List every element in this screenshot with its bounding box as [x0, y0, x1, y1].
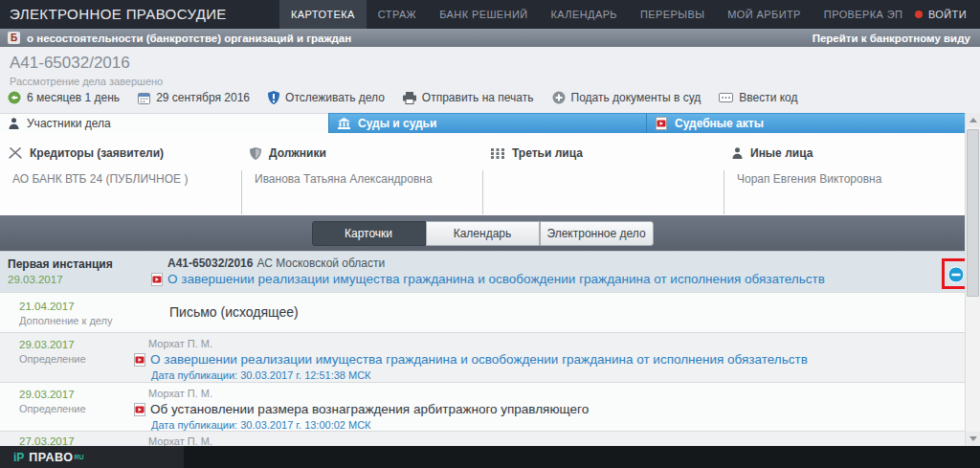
case-duration-button[interactable]: 6 месяцев 1 день — [8, 91, 120, 104]
app-logo[interactable]: ЭЛЕКТРОННОЕ ПРАВОСУДИЕ — [0, 0, 279, 29]
collapse-instance-button[interactable] — [947, 266, 965, 283]
record-type: Определение — [19, 403, 134, 414]
debtors-column: Должники Иванова Татьяна Александровна — [241, 133, 482, 215]
keypad-icon — [719, 93, 733, 102]
nav-item-kartoteka[interactable]: КАРТОТЕКА — [279, 0, 367, 29]
footer: iP ПРАВО RU — [0, 446, 980, 468]
third-parties-header: Третьи лица — [482, 146, 724, 160]
record-meta: 29.03.2017 Определение — [0, 333, 134, 382]
electronic-justice-page: ЭЛЕКТРОННОЕ ПРАВОСУДИЕ КАРТОТЕКА СТРАЖ Б… — [0, 0, 980, 468]
record-meta: 29.03.2017 Определение — [0, 383, 134, 431]
person-icon — [9, 118, 19, 129]
view-switcher-bar: Карточки Календарь Электронное дело — [0, 215, 965, 251]
creditors-title: Кредиторы (заявители) — [30, 146, 164, 160]
tab-courts-judges-label: Суды и судьи — [358, 117, 436, 130]
other-persons-column: Иные лица Чорап Евгения Викторовна — [724, 133, 965, 215]
tab-courts-judges[interactable]: Суды и судьи — [328, 113, 646, 133]
record-row[interactable]: 29.03.2017 Определение Морхат П. М. Об у… — [0, 383, 965, 432]
other-persons-title: Иные лица — [750, 146, 813, 160]
pdf-icon[interactable] — [134, 403, 145, 416]
login-button[interactable]: ВОЙТИ — [915, 0, 980, 29]
creditor-name: АО БАНК ВТБ 24 (ПУБЛИЧНОЕ ) — [0, 170, 241, 214]
participants-panel: Кредиторы (заявители) АО БАНК ВТБ 24 (ПУ… — [0, 133, 965, 215]
nav-item-moy-arbitr[interactable]: МОЙ АРБИТР — [716, 0, 813, 29]
instance-label: Первая инстанция — [8, 257, 134, 271]
record-content: Морхат П. М. — [134, 432, 965, 447]
pdf-icon[interactable] — [151, 273, 163, 286]
record-row-partial[interactable]: 27.03.2017 Морхат П. М. — [0, 432, 965, 447]
shield-icon — [250, 147, 261, 160]
enter-code-button[interactable]: Ввести код — [719, 91, 797, 104]
publication-date: Дата публикации: 30.03.2017 г. 12:51:38 … — [134, 369, 965, 381]
record-date: 29.03.2017 — [19, 339, 134, 350]
vertical-scrollbar[interactable] — [965, 113, 980, 446]
debtors-title: Должники — [269, 146, 326, 160]
pravo-logo-icon: iP — [13, 451, 24, 464]
arrow-down-icon — [969, 436, 977, 441]
other-persons-header: Иные лица — [724, 146, 965, 160]
history-icon — [8, 91, 21, 104]
document-link[interactable]: О завершении реализации имущества гражда… — [150, 352, 808, 367]
pdf-icon[interactable] — [134, 353, 145, 367]
top-menu: КАРТОТЕКА СТРАЖ БАНК РЕШЕНИЙ КАЛЕНДАРЬ П… — [279, 0, 914, 29]
switch-to-bankruptcy-view-link[interactable]: Перейти к банкротному виду — [813, 33, 970, 44]
track-case-label: Отслеживать дело — [285, 91, 385, 104]
track-case-button[interactable]: Отслеживать дело — [268, 91, 385, 104]
creditors-column: Кредиторы (заявители) АО БАНК ВТБ 24 (ПУ… — [0, 133, 241, 215]
record-row[interactable]: 21.04.2017 Дополнение к делу Письмо (исх… — [0, 293, 965, 333]
record-type: Определение — [19, 353, 134, 365]
record-row-instance[interactable]: Первая инстанция 29.03.2017 А41-65032/20… — [0, 252, 965, 293]
document-title: Об установлении размера вознаграждения а… — [150, 402, 589, 416]
submit-documents-button[interactable]: Подать документы в суд — [552, 91, 702, 104]
court-icon — [338, 118, 350, 129]
record-content: Морхат П. М. Об установлении размера воз… — [134, 383, 965, 431]
case-duration-label: 6 месяцев 1 день — [27, 91, 120, 104]
pravo-logo-text: ПРАВО — [29, 451, 73, 464]
document-line: О завершении реализации имущества гражда… — [134, 272, 965, 286]
case-court-line: А41-65032/2016АС Московской области — [134, 256, 965, 270]
enter-code-label: Ввести код — [739, 91, 797, 104]
print-label: Отправить на печать — [422, 91, 534, 104]
scroll-down-button[interactable] — [966, 432, 980, 446]
record-meta: Первая инстанция 29.03.2017 — [0, 252, 134, 292]
bankruptcy-badge-icon: Б — [8, 32, 20, 44]
print-button[interactable]: Отправить на печать — [403, 91, 534, 104]
pravo-ru-logo[interactable]: iP ПРАВО RU — [0, 446, 184, 468]
nav-item-bank-resheniy[interactable]: БАНК РЕШЕНИЙ — [428, 0, 539, 29]
document-line: Об установлении размера вознаграждения а… — [134, 402, 965, 416]
subtab-calendar[interactable]: Календарь — [426, 221, 540, 246]
case-type-label: о несостоятельности (банкротстве) органи… — [27, 33, 351, 44]
document-link[interactable]: О завершении реализации имущества гражда… — [167, 272, 825, 286]
document-line: О завершении реализации имущества гражда… — [134, 352, 965, 367]
login-status-dot-icon — [915, 11, 923, 18]
main-tabs: Участники дела Суды и судьи Судебные акт… — [0, 113, 965, 133]
judge-name: Морхат П. М. — [134, 338, 965, 349]
nav-item-kalendar[interactable]: КАЛЕНДАРЬ — [540, 0, 629, 29]
nav-item-pereryvy[interactable]: ПЕРЕРЫВЫ — [629, 0, 716, 29]
nav-item-proverka-ep[interactable]: ПРОВЕРКА ЭП — [813, 0, 915, 29]
arrow-up-icon — [969, 118, 977, 123]
record-content: Письмо (исходящее) — [134, 293, 965, 332]
case-type-bar: Б о несостоятельности (банкротстве) орга… — [0, 29, 980, 47]
creditors-header: Кредиторы (заявители) — [0, 146, 241, 160]
case-status: Рассмотрение дела завершено — [10, 76, 163, 87]
publication-date: Дата публикации: 30.03.2017 г. 13:00:02 … — [134, 419, 965, 431]
crossed-swords-icon — [9, 147, 22, 159]
login-label: ВОЙТИ — [928, 9, 967, 20]
third-party-name — [482, 170, 724, 214]
record-court: АС Московской области — [256, 256, 385, 270]
third-parties-title: Третьи лица — [512, 146, 583, 160]
scrollbar-thumb[interactable] — [967, 129, 979, 297]
tab-judicial-acts[interactable]: Судебные акты — [646, 113, 965, 133]
registration-date-button[interactable]: 29 сентября 2016 — [138, 91, 250, 104]
debtors-header: Должники — [241, 146, 482, 160]
record-date: 29.03.2017 — [19, 389, 134, 400]
nav-item-strazh[interactable]: СТРАЖ — [367, 0, 428, 29]
subtab-cards[interactable]: Карточки — [312, 221, 426, 246]
tab-participants[interactable]: Участники дела — [0, 113, 328, 133]
subtab-electronic-case[interactable]: Электронное дело — [540, 221, 654, 246]
calendar-icon — [138, 92, 150, 104]
record-row[interactable]: 29.03.2017 Определение Морхат П. М. О за… — [0, 333, 965, 383]
scroll-up-button[interactable] — [966, 113, 980, 127]
record-meta: 21.04.2017 Дополнение к делу — [0, 293, 134, 332]
